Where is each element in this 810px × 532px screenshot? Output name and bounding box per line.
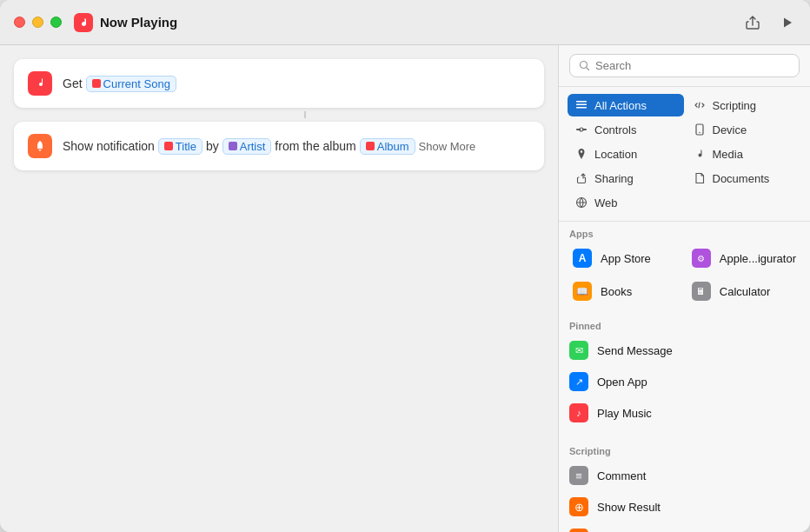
main-content: Get Current Song Show notification	[0, 45, 810, 532]
play-music-icon: ♪	[569, 403, 588, 422]
title-token[interactable]: Title	[158, 138, 202, 155]
artist-token[interactable]: Artist	[222, 138, 272, 155]
apple-configurator-label: Apple...igurator	[720, 252, 796, 265]
share-button[interactable]	[744, 14, 761, 31]
comment-item[interactable]: ≡ Comment	[559, 460, 810, 491]
svg-point-8	[699, 132, 700, 134]
minimize-button[interactable]	[32, 17, 43, 28]
device-label: Device	[713, 123, 747, 136]
category-location[interactable]: Location	[568, 143, 684, 165]
get-action-icon	[28, 71, 52, 96]
comment-label: Comment	[597, 469, 646, 482]
media-icon	[693, 147, 707, 161]
open-app-label: Open App	[597, 376, 647, 389]
titlebar-actions	[744, 14, 796, 31]
category-scripting[interactable]: Scripting	[686, 94, 802, 116]
category-controls[interactable]: Controls	[568, 118, 684, 141]
books-icon: 📖	[573, 282, 592, 301]
app-store-label: App Store	[601, 252, 651, 265]
show-result-item[interactable]: ⊕ Show Result	[559, 491, 810, 522]
apple-configurator-item[interactable]: ⚙ Apple...igurator	[681, 243, 807, 274]
open-app-icon: ↗	[569, 372, 588, 391]
artist-token-icon	[229, 142, 237, 150]
play-music-item[interactable]: ♪ Play Music	[559, 397, 810, 429]
all-actions-icon	[574, 98, 588, 112]
app-store-item[interactable]: A App Store	[562, 243, 680, 274]
location-icon	[574, 147, 588, 161]
search-icon	[579, 60, 590, 71]
search-input[interactable]	[595, 59, 790, 72]
scripting-icon	[693, 98, 707, 112]
notification-action-content: Show notification Title by Artist from t…	[63, 138, 475, 155]
notification-action-icon	[28, 134, 52, 158]
svg-point-6	[580, 128, 583, 131]
show-result-icon: ⊕	[569, 497, 588, 516]
category-media[interactable]: Media	[686, 143, 802, 165]
show-alert-icon: ⊡	[569, 529, 588, 532]
books-label: Books	[601, 285, 632, 298]
get-current-song-action[interactable]: Get Current Song	[14, 59, 544, 108]
sharing-label: Sharing	[594, 172, 634, 185]
category-web[interactable]: Web	[568, 191, 684, 214]
category-sharing[interactable]: Sharing	[568, 167, 684, 190]
notification-verb: Show notification	[63, 139, 155, 153]
send-message-icon: ✉	[569, 341, 588, 360]
calculator-item[interactable]: 🖩 Calculator	[681, 276, 807, 307]
category-device[interactable]: Device	[686, 118, 802, 141]
category-documents[interactable]: Documents	[686, 167, 802, 190]
web-icon	[574, 196, 588, 209]
fullscreen-button[interactable]	[50, 17, 62, 28]
media-label: Media	[713, 148, 743, 161]
books-item[interactable]: 📖 Books	[562, 276, 680, 307]
category-all-actions[interactable]: All Actions	[568, 94, 684, 116]
comment-icon: ≡	[569, 466, 588, 485]
sharing-icon	[574, 171, 588, 185]
device-icon	[693, 123, 707, 136]
search-field-container	[569, 54, 800, 77]
all-actions-label: All Actions	[594, 99, 647, 112]
scripting-section: Scripting ≡ Comment ⊕ Show Result ⊡ Show…	[559, 439, 810, 532]
documents-label: Documents	[713, 172, 770, 185]
show-result-label: Show Result	[597, 501, 661, 514]
send-message-item[interactable]: ✉ Send Message	[559, 335, 810, 366]
location-label: Location	[594, 148, 637, 161]
calculator-label: Calculator	[720, 285, 771, 298]
album-token[interactable]: Album	[360, 138, 415, 155]
show-more-button[interactable]: Show More	[419, 140, 476, 153]
title-token-icon	[164, 142, 173, 150]
categories-grid: All Actions Scripting	[559, 87, 810, 222]
svg-rect-2	[576, 104, 587, 106]
send-message-label: Send Message	[597, 344, 673, 357]
svg-rect-1	[576, 101, 587, 103]
apps-grid: A App Store ⚙ Apple...igurator 📖 Books 🖩…	[559, 243, 810, 307]
calculator-icon: 🖩	[692, 282, 711, 301]
pinned-section: Pinned ✉ Send Message ↗ Open App ♪ Play …	[559, 314, 810, 432]
svg-rect-3	[576, 107, 587, 109]
actions-sidebar: All Actions Scripting	[558, 45, 810, 532]
scripting-label: Scripting	[713, 99, 757, 112]
play-button[interactable]	[779, 14, 796, 31]
web-label: Web	[594, 196, 618, 209]
apple-configurator-icon: ⚙	[692, 249, 711, 268]
show-alert-item[interactable]: ⊡ Show Alert	[559, 522, 810, 532]
current-song-token[interactable]: Current Song	[86, 76, 176, 92]
play-music-label: Play Music	[597, 407, 652, 420]
close-button[interactable]	[14, 17, 25, 28]
sidebar-content: Apps A App Store ⚙ Apple...igurator 📖 Bo…	[559, 222, 810, 532]
get-verb: Get	[63, 76, 83, 90]
open-app-item[interactable]: ↗ Open App	[559, 366, 810, 397]
main-window: Now Playing	[0, 0, 810, 532]
controls-label: Controls	[594, 123, 636, 136]
show-notification-action[interactable]: Show notification Title by Artist from t…	[14, 122, 544, 170]
titlebar: Now Playing	[0, 0, 810, 45]
traffic-lights	[14, 17, 62, 28]
svg-point-0	[581, 62, 588, 69]
apps-section-label: Apps	[559, 222, 810, 243]
controls-icon	[574, 123, 588, 136]
pinned-section-label: Pinned	[559, 314, 810, 335]
album-token-icon	[366, 142, 375, 150]
app-icon	[74, 13, 93, 32]
documents-icon	[693, 171, 707, 185]
search-bar	[559, 45, 810, 87]
token-icon	[92, 79, 101, 88]
